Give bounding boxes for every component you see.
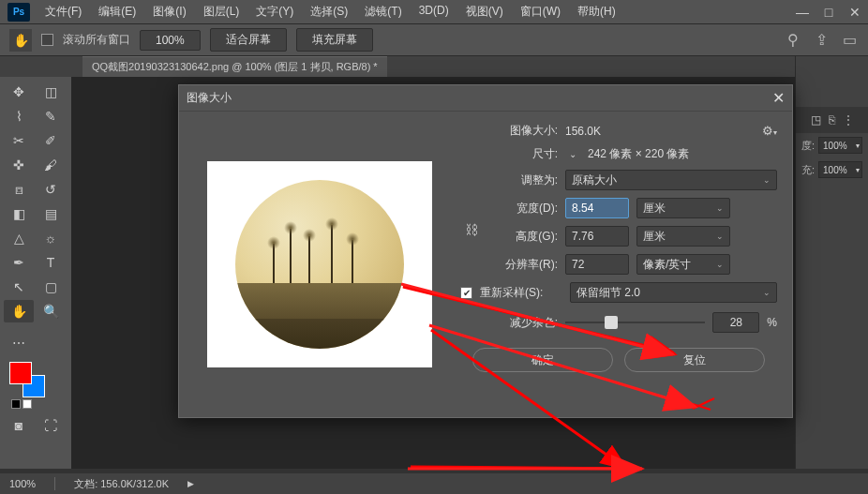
dodge-tool[interactable]: ☼: [36, 227, 66, 249]
hand-tool-indicator[interactable]: ✋: [9, 29, 32, 52]
menu-view[interactable]: 视图(V): [458, 0, 511, 23]
menu-file[interactable]: 文件(F): [37, 0, 89, 23]
window-controls: — □ ✕: [789, 2, 868, 22]
brush-tool[interactable]: 🖌: [36, 154, 66, 176]
menu-filter[interactable]: 滤镜(T): [357, 0, 409, 23]
resolution-unit-dropdown[interactable]: 像素/英寸⌄: [636, 254, 730, 275]
minimize-button[interactable]: —: [789, 2, 816, 22]
eyedropper-tool[interactable]: ✐: [36, 129, 66, 152]
fill-screen-button[interactable]: 填充屏幕: [296, 28, 373, 52]
lasso-tool[interactable]: ⌇: [4, 105, 34, 127]
new-layer-icon[interactable]: ◳: [811, 113, 821, 127]
quick-mask-icon[interactable]: ◙: [4, 414, 34, 437]
patch-tool[interactable]: ✜: [4, 154, 34, 176]
resample-label: 重新采样(S):: [480, 285, 562, 301]
document-tab-bar: QQ截图20190323130642.png @ 100% (图层 1 拷贝, …: [0, 56, 868, 77]
status-doc-info[interactable]: 文档: 156.0K/312.0K: [74, 477, 169, 491]
menu-help[interactable]: 帮助(H): [570, 0, 623, 23]
pen-tool[interactable]: ✒: [4, 251, 34, 274]
share-icon[interactable]: ⇪: [812, 31, 831, 50]
default-colors-icon[interactable]: [11, 399, 32, 409]
eraser-tool[interactable]: ◧: [4, 202, 34, 225]
width-unit-dropdown[interactable]: 厘米⌄: [636, 198, 730, 218]
menu-image[interactable]: 图像(I): [145, 0, 193, 23]
fill-row: 充: 100%▾: [796, 157, 868, 182]
dialog-title: 图像大小: [187, 90, 232, 106]
height-label: 高度(G):: [483, 229, 558, 245]
preview-image: [207, 161, 432, 367]
noise-slider[interactable]: [565, 322, 705, 323]
status-zoom[interactable]: 100%: [9, 478, 36, 489]
reset-button[interactable]: 复位: [624, 348, 765, 372]
zoom-level-button[interactable]: 100%: [140, 30, 201, 51]
status-arrow-icon[interactable]: ▶: [187, 479, 194, 488]
scroll-all-checkbox[interactable]: [41, 34, 53, 46]
dimensions-label: 尺寸:: [460, 146, 558, 162]
blur-tool[interactable]: △: [4, 227, 34, 249]
maximize-button[interactable]: □: [816, 2, 842, 22]
options-bar: ✋ 滚动所有窗口 100% 适合屏幕 填充屏幕 ⚲ ⇪ ▭: [0, 24, 868, 56]
dialog-title-bar[interactable]: 图像大小 ✕: [179, 85, 792, 112]
crop-tool[interactable]: ✂: [4, 129, 34, 152]
width-label: 宽度(D):: [483, 201, 558, 217]
dimensions-value: 242 像素 × 220 像素: [588, 146, 689, 162]
opacity-value[interactable]: 100%▾: [818, 137, 862, 154]
noise-value-input[interactable]: 28: [712, 312, 759, 333]
image-size-dialog: 图像大小 ✕ 图像大小: 156.0K ⚙▾: [178, 84, 793, 418]
noise-unit: %: [767, 316, 777, 329]
history-brush-tool[interactable]: ↺: [36, 178, 66, 201]
menu-select[interactable]: 选择(S): [303, 0, 355, 23]
opacity-row: 度: 100%▾: [796, 133, 868, 157]
tools-panel: ✥ ◫ ⌇ ✎ ✂ ✐ ✜ 🖌 ⧈ ↺ ◧ ▤ △ ☼ ✒ T ↖ ▢ ✋ 🔍 …: [0, 77, 71, 469]
menu-layer[interactable]: 图层(L): [196, 0, 247, 23]
edit-toolbar-icon[interactable]: ⋯: [4, 332, 34, 354]
layer-copy-icon[interactable]: ⎘: [829, 113, 835, 127]
panel-icons-row: ◳ ⎘ ⋮: [796, 107, 868, 133]
image-size-label: 图像大小:: [460, 123, 558, 139]
fitfor-dropdown[interactable]: 原稿大小⌄: [565, 170, 777, 190]
zoom-tool[interactable]: 🔍: [36, 300, 66, 322]
status-bar: 100% 文档: 156.0K/312.0K ▶: [0, 473, 868, 494]
dimensions-dropdown-icon[interactable]: ⌄: [569, 149, 576, 159]
menu-edit[interactable]: 编辑(E): [91, 0, 143, 23]
menu-3d[interactable]: 3D(D): [412, 0, 456, 23]
menu-type[interactable]: 文字(Y): [248, 0, 301, 23]
shape-tool[interactable]: ▢: [36, 276, 66, 298]
workspace-icon[interactable]: ▭: [840, 31, 859, 50]
dialog-close-icon[interactable]: ✕: [772, 89, 785, 107]
right-panels: ◳ ⎘ ⋮ 度: 100%▾ 充: 100%▾: [795, 56, 868, 469]
marquee-tool[interactable]: ◫: [36, 81, 66, 103]
width-input[interactable]: 8.54: [565, 198, 629, 218]
resample-dropdown[interactable]: 保留细节 2.0⌄: [570, 282, 777, 303]
noise-label: 减少杂色:: [460, 315, 558, 331]
height-input[interactable]: 7.76: [565, 226, 629, 247]
menu-bar: 文件(F) 编辑(E) 图像(I) 图层(L) 文字(Y) 选择(S) 滤镜(T…: [37, 0, 623, 23]
fill-value[interactable]: 100%▾: [818, 161, 862, 178]
fill-label: 充:: [801, 163, 815, 177]
resolution-input[interactable]: 72: [565, 254, 629, 275]
close-button[interactable]: ✕: [842, 2, 868, 22]
more-icon[interactable]: ⋮: [843, 113, 854, 127]
move-tool[interactable]: ✥: [4, 81, 34, 103]
quick-select-tool[interactable]: ✎: [36, 105, 66, 127]
fit-screen-button[interactable]: 适合屏幕: [210, 28, 287, 52]
preview-area: [179, 112, 460, 417]
foreground-color[interactable]: [9, 362, 32, 384]
clone-tool[interactable]: ⧈: [4, 178, 34, 201]
noise-slider-thumb[interactable]: [605, 316, 618, 329]
ok-button[interactable]: 确定: [472, 348, 613, 372]
gradient-tool[interactable]: ▤: [36, 202, 66, 225]
color-swatches[interactable]: [9, 362, 47, 399]
height-unit-dropdown[interactable]: 厘米⌄: [636, 226, 730, 247]
document-tab[interactable]: QQ截图20190323130642.png @ 100% (图层 1 拷贝, …: [82, 56, 387, 77]
hand-tool[interactable]: ✋: [4, 300, 34, 322]
menu-window[interactable]: 窗口(W): [513, 0, 568, 23]
resample-checkbox[interactable]: ✔: [460, 287, 472, 299]
gear-icon[interactable]: ⚙▾: [762, 124, 777, 138]
image-size-value: 156.0K: [565, 125, 601, 138]
type-tool[interactable]: T: [36, 251, 66, 274]
constrain-proportions-icon[interactable]: ⛓: [462, 222, 481, 237]
search-icon[interactable]: ⚲: [784, 31, 802, 50]
path-select-tool[interactable]: ↖: [4, 276, 34, 298]
screen-mode-icon[interactable]: ⛶: [36, 414, 66, 437]
